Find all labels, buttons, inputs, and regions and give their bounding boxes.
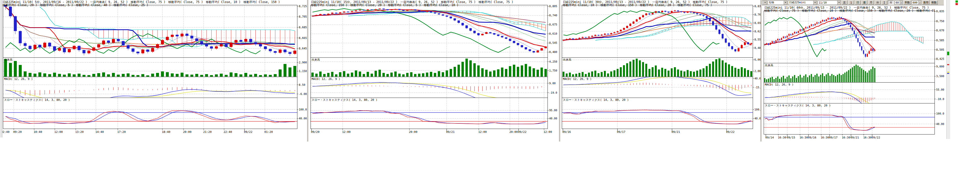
y-axis-label: 100.0 <box>936 112 944 115</box>
x-axis-label: 09/14 <box>765 136 774 139</box>
y-axis-label: 40.00 <box>299 117 307 120</box>
bar-count-label: 本数 <box>904 0 911 5</box>
x-axis-label: 09/22 <box>872 136 880 139</box>
x-axis-labels: 09/1416:3009/1516:3009/1616:3009/1716:30… <box>765 134 880 139</box>
x-axis-labels: 09/1609/1709/2109/22 <box>562 129 735 134</box>
multi-button[interactable]: 複数 <box>930 0 938 5</box>
y-axis-label: 3,500 <box>936 74 944 77</box>
symbol-select[interactable]: 日経225mini▼ <box>788 0 817 5</box>
y-axis-label: 8.50 <box>299 83 305 86</box>
y-axis-label: 9,000 <box>936 65 944 68</box>
volume-bars <box>562 58 752 77</box>
chart-header-line2: 移動平均( Close, 10 ) 移動平均( Close, 150 ) 移動平… <box>563 3 712 6</box>
contract-month-select[interactable]: 11/10▼ <box>818 0 841 5</box>
stochastics-pane <box>3 111 297 124</box>
chart-canvas-30min: 8,838,768,698,628,558,486,002,0040.0-15.… <box>560 0 761 153</box>
volume-pane-title: 出来高 <box>765 64 773 67</box>
macd-pane <box>563 76 751 96</box>
market-select[interactable]: 先物▼ <box>768 0 787 5</box>
left-scrollbar[interactable] <box>0 0 2 137</box>
candlesticks <box>311 8 547 53</box>
weekly-button[interactable]: 週 <box>861 0 867 5</box>
y-axis-label: 40.0 <box>754 77 761 80</box>
x-axis-label: 01:20 <box>264 130 273 134</box>
x-axis-label: 16:30 <box>800 136 808 139</box>
x-axis-label: 17:20 <box>117 130 126 134</box>
x-axis-label: 16:30 <box>842 136 850 139</box>
chart-toolbar: ▼ 先物▼ 日経225mini▼ 11/10▼ 足 1 日 週 月 分 I 分 … <box>762 0 944 5</box>
volume-pane-title: 出来高 <box>4 58 13 62</box>
bar-count-spinner[interactable]: 600⊿ <box>912 0 921 5</box>
pane-titles: 出来高MACD( 12, 26, 9 )スロー・ストキャスティクス( 14, 3… <box>765 64 830 107</box>
y-axis-label: 8,545 <box>549 41 557 44</box>
y-axis-label: 2,900 <box>299 61 307 64</box>
scroll-marker-blue <box>947 73 949 74</box>
y-axis-label: 1,150 <box>299 69 307 73</box>
y-axis-label: 8,750 <box>936 20 944 23</box>
y-axis-label: 8,610 <box>549 32 557 35</box>
y-axis-label: 8,69 <box>754 21 761 24</box>
symbol-select-value: 日経225mini <box>789 1 806 4</box>
y-axis-label: 8,665 <box>299 36 307 39</box>
y-axis-label: 6,00 <box>754 58 761 61</box>
macd-pane-title: MACD( 12, 26, 9 ) <box>312 77 340 81</box>
x-axis-label: 20:00 <box>183 130 191 134</box>
y-axis-label: 8,62 <box>754 30 761 33</box>
y-axis-label: 100.0 <box>299 108 307 111</box>
spinner-arrows-icon: ⊿ <box>918 1 921 4</box>
x-axis-label: 09/21 <box>671 130 680 134</box>
apply-button[interactable]: 適用 <box>922 0 929 5</box>
chart-canvas-5min: 8,7258,7058,6858,6658,6452,9001,1508.50-… <box>0 0 307 153</box>
interval-spinner[interactable]: 60⊿ <box>895 0 903 5</box>
y-axis-label: 9.00 <box>549 82 555 85</box>
y-axis-label: 8,740 <box>549 14 557 17</box>
monthly-button[interactable]: 月 <box>868 0 874 5</box>
y-axis-label: 8,585 <box>936 39 944 42</box>
x-axis-label: 09:20 <box>13 130 22 134</box>
y-axis-label: 8,705 <box>299 15 307 18</box>
right-scrollbar[interactable] <box>947 0 950 139</box>
tick-button[interactable]: 1 <box>848 0 854 5</box>
chevron-down-icon: ▼ <box>813 1 816 5</box>
gridlines <box>310 5 547 129</box>
scroll-marker-green <box>947 52 949 55</box>
chart-panel-30min: 8,838,768,698,628,558,486,002,0040.0-15.… <box>560 0 761 153</box>
y-axis-label: 95.00 <box>549 109 557 112</box>
y-axis-label: 8,685 <box>299 26 307 29</box>
x-axis-label: 12:00 <box>54 130 63 134</box>
candlesticks <box>4 4 296 56</box>
minute-mode-button[interactable]: 分 <box>888 0 894 5</box>
y-axis-label: 8,425 <box>936 57 944 60</box>
chevron-down-icon: ▼ <box>837 1 840 5</box>
x-axis-label: 09/22 <box>518 130 527 134</box>
chart-frame <box>3 5 297 129</box>
ichimoku-lines <box>6 7 295 54</box>
x-axis-label: 12:00 <box>478 130 487 134</box>
daily-button[interactable]: 日 <box>855 0 861 5</box>
combo-stub[interactable]: ▼ <box>762 0 767 5</box>
spinner-arrows-icon: ⊿ <box>900 1 902 4</box>
x-axis-label: 09/22 <box>726 130 735 134</box>
pane-titles: 出来高MACD( 12, 26, 9 )スロー・ストキャスティクス( 14, 3… <box>563 58 629 101</box>
x-axis-label: 09/21 <box>446 130 455 134</box>
contract-month-value: 11/10 <box>819 1 827 4</box>
x-axis-label: 16:30 <box>821 136 829 139</box>
candlesticks <box>764 16 875 57</box>
x-axis-label: 16:30 <box>863 136 872 139</box>
minute-button[interactable]: 分 <box>875 0 881 5</box>
intraday-button[interactable]: I <box>881 0 887 5</box>
gridlines <box>764 11 935 134</box>
x-axis-label: 14:40 <box>95 130 104 134</box>
y-axis-label: 100. <box>754 108 761 111</box>
stochastics-pane-title: スロー・ストキャスティクス( 14, 3, 80, 20 ) <box>563 98 629 101</box>
y-axis-label: 40.00 <box>936 122 944 125</box>
y-axis-label: 40.0 <box>754 117 761 120</box>
stochastics-pane-title: スロー・ストキャスティクス( 14, 3, 80, 20 ) <box>765 104 830 107</box>
stochastics-pane <box>764 115 935 131</box>
y-axis-label: 1,750 <box>549 69 557 72</box>
chart-panel-15min: 8,8058,7408,6758,6108,5458,4804,2501,750… <box>309 0 559 153</box>
volume-pane-title: 出来高 <box>563 58 571 62</box>
bar-type-button[interactable]: 足 <box>842 0 848 5</box>
x-axis-label: 09/16 <box>562 130 571 134</box>
y-axis-label: 8,505 <box>936 48 944 51</box>
